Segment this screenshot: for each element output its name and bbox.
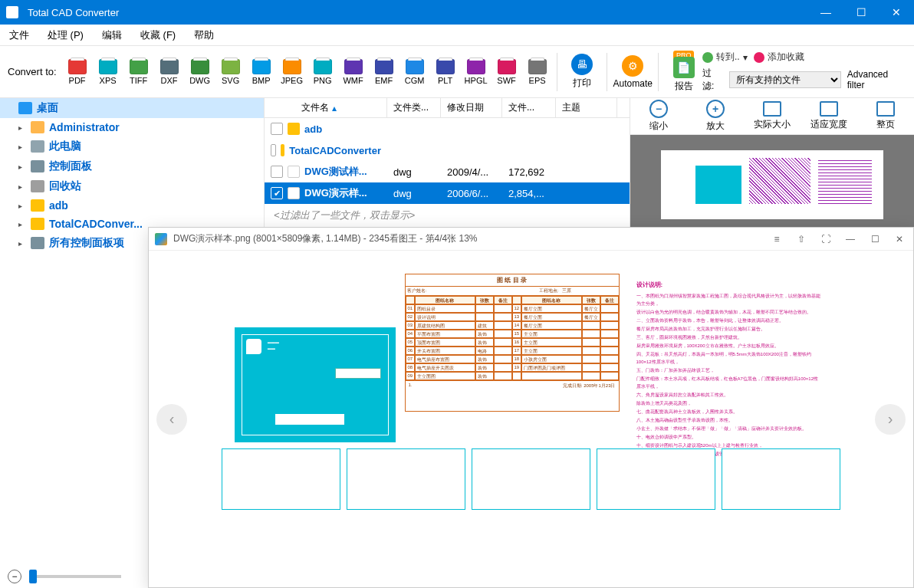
format-dwg[interactable]: DWG (187, 59, 213, 85)
drawing-titleblock: ━━━━━ (235, 327, 396, 442)
zoom-button[interactable]: 实际大小 (744, 98, 801, 134)
tree-item[interactable]: ▸Administrator (0, 118, 264, 136)
report-button[interactable]: PRO 📄 报告 (665, 51, 702, 93)
format-icon (406, 59, 424, 74)
format-cgm[interactable]: CGM (402, 59, 428, 85)
viewer-fullscreen-button[interactable]: ⛶ (818, 234, 833, 245)
minimize-button[interactable]: — (808, 0, 843, 25)
menubar: 文件处理 (P)编辑收藏 (F)帮助 (0, 25, 914, 46)
viewer-minimize-button[interactable]: — (843, 234, 858, 245)
image-viewer-window: DWG演示样本.png (8001×5809像素, 1.14MB) - 2345… (148, 227, 914, 588)
format-icon (99, 59, 117, 74)
titlebar: Total CAD Converter — ☐ ✕ (0, 0, 914, 25)
format-hpgl[interactable]: HPGL (463, 59, 489, 85)
favorite-icon (754, 52, 764, 63)
format-svg[interactable]: SVG (218, 59, 244, 85)
close-button[interactable]: ✕ (879, 0, 914, 25)
file-list-header: 文件名 ▴ 文件类... 修改日期 文件... 主题 (265, 98, 630, 118)
checkbox[interactable]: ✔ (271, 187, 283, 199)
format-dxf[interactable]: DXF (156, 59, 182, 85)
advanced-filter-link[interactable]: Advanced filter (847, 69, 906, 90)
next-image-button[interactable]: › (875, 404, 906, 435)
tree-item[interactable]: ▸控制面板 (0, 156, 264, 176)
column-subject[interactable]: 主题 (556, 98, 617, 117)
drawing-notes: 设计说明:一、本图纸为口湖州镇智慧家装施工程施工图，及综合现代风格设计为主，以轻… (629, 274, 828, 404)
column-name[interactable]: 文件名 ▴ (265, 98, 387, 117)
file-icon (288, 187, 300, 199)
desktop-icon (18, 102, 32, 114)
automate-button[interactable]: ⚙ Automate (613, 55, 652, 89)
format-wmf[interactable]: WMF (340, 59, 367, 85)
format-icon (160, 59, 179, 74)
zoom-button[interactable]: −缩小 (630, 98, 687, 134)
zoom-button[interactable]: 整页 (857, 98, 914, 134)
format-png[interactable]: PNG (310, 59, 336, 85)
format-eps[interactable]: EPS (524, 59, 551, 85)
pc-icon (31, 140, 44, 153)
drawing-index-table: 图 纸 目 录 客户姓名: 工程地点: 三原 图纸名称张数备注图纸名称张数备注0… (405, 274, 620, 412)
zoom-slider[interactable] (29, 575, 121, 578)
format-xps[interactable]: XPS (95, 59, 121, 85)
column-date[interactable]: 修改日期 (441, 98, 502, 117)
prev-image-button[interactable]: ‹ (156, 404, 187, 435)
menu-item[interactable]: 文件 (0, 25, 38, 45)
user-icon (31, 121, 44, 133)
goto-icon (702, 52, 713, 63)
checkbox[interactable] (271, 166, 283, 178)
column-type[interactable]: 文件类... (387, 98, 441, 117)
format-icon (283, 59, 301, 74)
format-plt[interactable]: PLT (432, 59, 459, 85)
print-button[interactable]: 🖶 打印 (564, 54, 601, 90)
zoom-button[interactable]: +放大 (687, 98, 744, 134)
tree-item[interactable]: 桌面 (0, 98, 264, 118)
format-swf[interactable]: SWF (494, 59, 520, 85)
viewer-app-icon (155, 233, 167, 245)
maximize-button[interactable]: ☐ (843, 0, 879, 25)
menu-item[interactable]: 编辑 (93, 25, 131, 45)
tree-item[interactable]: ▸adb (0, 196, 264, 215)
format-jpeg[interactable]: JPEG (279, 59, 305, 85)
zoom-button[interactable]: 适应宽度 (801, 98, 857, 134)
viewer-content: ‹ › ━━━━━ 图 纸 目 录 客户姓名: 工程地点: 三原 图纸名称张数备… (149, 251, 913, 587)
menu-item[interactable]: 帮助 (185, 25, 223, 45)
viewer-window-controls: ≡ ⇧ ⛶ — ☐ ✕ (769, 234, 907, 245)
viewer-maximize-button[interactable]: ☐ (867, 234, 883, 245)
report-icon: 📄 (673, 57, 695, 78)
viewer-menu-button[interactable]: ≡ (769, 234, 784, 245)
viewer-title: DWG演示样本.png (8001×5809像素, 1.14MB) - 2345… (173, 232, 763, 245)
menu-item[interactable]: 处理 (P) (38, 25, 93, 45)
toolbar: Convert to: PDFXPSTIFFDXFDWGSVGBMPJPEGPN… (0, 46, 914, 98)
fit-icon (876, 101, 895, 117)
column-size[interactable]: 文件... (502, 98, 556, 117)
menu-item[interactable]: 收藏 (F) (131, 25, 185, 45)
format-pdf[interactable]: PDF (64, 59, 90, 85)
file-row[interactable]: TotalCADConverter (265, 140, 630, 161)
viewer-pin-button[interactable]: ⇧ (794, 234, 809, 245)
format-tiff[interactable]: TIFF (126, 59, 152, 85)
checkbox[interactable] (271, 144, 276, 156)
tree-item[interactable]: ▸此电脑 (0, 136, 264, 156)
goto-button[interactable]: 转到..▾ (702, 51, 748, 64)
filter-note[interactable]: <过滤出了一些文件，双击显示> (265, 204, 630, 227)
add-favorite-button[interactable]: 添加收藏 (754, 51, 804, 64)
print-icon: 🖶 (571, 54, 593, 75)
filter-label: 过滤: (702, 67, 723, 93)
magnify-icon: − (649, 100, 668, 118)
drawing-thumbnails (149, 448, 913, 510)
drawing-thumbnail (222, 448, 340, 510)
format-emf[interactable]: EMF (371, 59, 397, 85)
format-icon (191, 59, 209, 74)
file-row[interactable]: adb (265, 118, 630, 140)
checkbox[interactable] (271, 123, 283, 135)
file-row[interactable]: ✔DWG演示样... dwg 2006/6/... 2,854,... (265, 182, 630, 204)
filter-select[interactable]: 所有支持的文件 (729, 71, 841, 88)
format-bmp[interactable]: BMP (248, 59, 275, 85)
format-icon (130, 59, 148, 74)
preview-sheet (661, 150, 883, 219)
zoom-out-button[interactable]: − (8, 570, 21, 583)
file-row[interactable]: DWG测试样... dwg 2009/4/... 172,692 (265, 161, 630, 182)
format-buttons: PDFXPSTIFFDXFDWGSVGBMPJPEGPNGWMFEMFCGMPL… (64, 59, 551, 85)
automate-icon: ⚙ (622, 55, 643, 77)
viewer-close-button[interactable]: ✕ (892, 234, 907, 245)
tree-item[interactable]: ▸回收站 (0, 176, 264, 196)
